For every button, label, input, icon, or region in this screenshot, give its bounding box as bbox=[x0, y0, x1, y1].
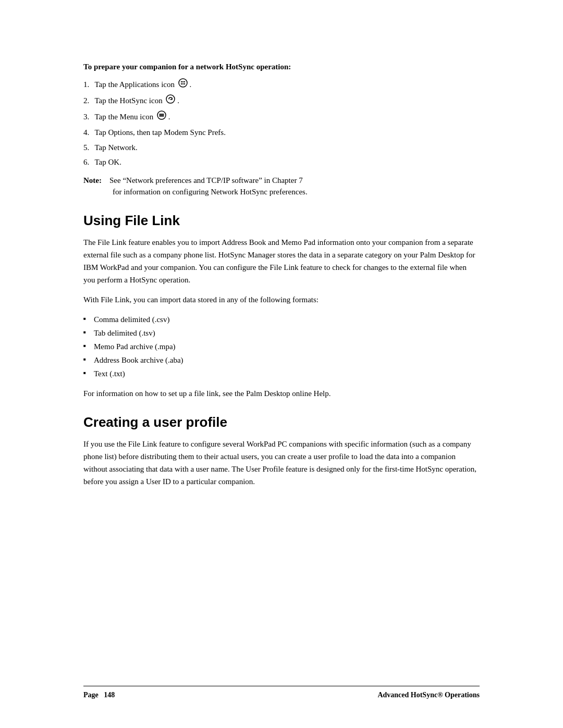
step-6-text: Tap OK. bbox=[94, 158, 121, 166]
section1-title: Using File Link bbox=[83, 213, 480, 229]
step-6: 6. Tap OK. bbox=[83, 156, 480, 168]
step-4-num: 4. bbox=[83, 127, 93, 139]
step-1-period: . bbox=[190, 80, 192, 89]
footer-page-word: Page bbox=[83, 691, 99, 699]
step-5-text: Tap Network. bbox=[94, 143, 137, 152]
svg-point-0 bbox=[179, 79, 187, 87]
footer-left: Page 148 bbox=[83, 690, 115, 699]
note-label: Note: bbox=[83, 176, 102, 184]
step-2-text: Tap the HotSync icon bbox=[94, 96, 164, 105]
note-indent: See “Network preferences and TCP/IP soft… bbox=[83, 176, 308, 196]
bullet-item-1: Comma delimited (.csv) bbox=[83, 313, 480, 326]
footer-page-number: 148 bbox=[104, 691, 115, 699]
section1-para2: With File Link, you can import data stor… bbox=[83, 293, 480, 306]
svg-point-6 bbox=[184, 83, 185, 84]
step-1-num: 1. bbox=[83, 79, 93, 91]
note-line2: for information on configuring Network H… bbox=[83, 186, 308, 198]
note-block: Note: See “Network preferences and TCP/I… bbox=[83, 175, 480, 198]
section1-para1: The File Link feature enables you to imp… bbox=[83, 236, 480, 286]
bullet-item-4: Address Book archive (.aba) bbox=[83, 354, 480, 366]
step-1: 1. Tap the Applications icon . bbox=[83, 79, 480, 92]
step-6-num: 6. bbox=[83, 156, 93, 168]
section1-after-bullets: For information on how to set up a file … bbox=[83, 387, 480, 400]
page-footer: Page 148 Advanced HotSync® Operations bbox=[83, 686, 480, 699]
step-4: 4. Tap Options, then tap Modem Sync Pref… bbox=[83, 127, 480, 139]
step-2-period: . bbox=[177, 96, 179, 105]
footer-chapter-title: Advanced HotSync® Operations bbox=[377, 691, 480, 699]
svg-point-5 bbox=[182, 83, 183, 84]
bullet-list: Comma delimited (.csv) Tab delimited (.t… bbox=[83, 313, 480, 380]
bullet-item-3: Memo Pad archive (.mpa) bbox=[83, 340, 480, 353]
svg-point-4 bbox=[181, 83, 182, 84]
svg-point-1 bbox=[181, 81, 182, 82]
step-3-text: Tap the Menu icon bbox=[94, 113, 155, 121]
step-2-num: 2. bbox=[83, 95, 93, 107]
steps-list: 1. Tap the Applications icon . 2. Tap th… bbox=[83, 79, 480, 168]
svg-point-2 bbox=[182, 81, 183, 82]
bullet-item-5: Text (.txt) bbox=[83, 367, 480, 380]
step-5-num: 5. bbox=[83, 142, 93, 154]
page-container: To prepare your companion for a network … bbox=[0, 0, 563, 728]
step-5: 5. Tap Network. bbox=[83, 142, 480, 154]
section2-title: Creating a user profile bbox=[83, 414, 480, 430]
note-line1: See “Network preferences and TCP/IP soft… bbox=[109, 176, 303, 184]
instruction-heading-text: To prepare your companion for a network … bbox=[83, 63, 291, 71]
hotsync-icon bbox=[166, 94, 175, 107]
instruction-heading: To prepare your companion for a network … bbox=[83, 63, 480, 71]
step-4-text: Tap Options, then tap Modem Sync Prefs. bbox=[94, 128, 225, 137]
step-3: 3. Tap the Menu icon . bbox=[83, 111, 480, 124]
svg-point-3 bbox=[184, 81, 185, 82]
step-3-num: 3. bbox=[83, 111, 93, 123]
applications-icon bbox=[178, 78, 188, 91]
footer-page-label: Page 148 bbox=[83, 691, 115, 699]
footer-right: Advanced HotSync® Operations bbox=[377, 690, 480, 699]
step-2: 2. Tap the HotSync icon . bbox=[83, 95, 480, 108]
step-3-period: . bbox=[168, 113, 170, 121]
menu-icon bbox=[157, 110, 166, 124]
svg-point-7 bbox=[166, 95, 175, 103]
section2-para: If you use the File Link feature to conf… bbox=[83, 438, 480, 488]
step-1-text: Tap the Applications icon bbox=[94, 80, 176, 89]
bullet-item-2: Tab delimited (.tsv) bbox=[83, 327, 480, 339]
